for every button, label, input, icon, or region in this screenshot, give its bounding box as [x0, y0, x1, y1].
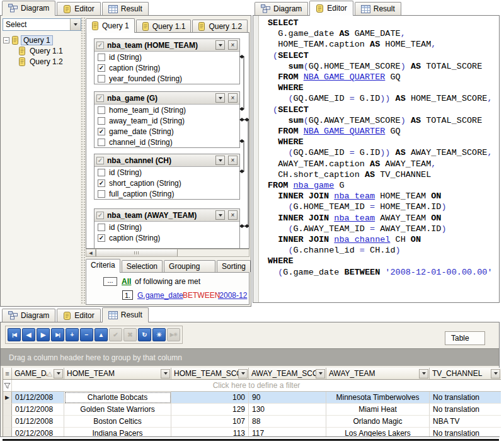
cell[interactable]: 01/12/2008: [12, 392, 64, 404]
cell[interactable]: 02/12/2008: [12, 428, 64, 436]
tree-item-query-1[interactable]: −Query 1: [2, 35, 80, 45]
cell[interactable]: 01/12/2008: [12, 416, 64, 428]
filter-dropdown-button[interactable]: [491, 369, 500, 379]
table-row[interactable]: 02/12/2008Indiana Pacers113117Los Angele…: [3, 428, 501, 436]
cell[interactable]: Miami Heat: [326, 404, 430, 416]
last-button[interactable]: ▶|: [51, 328, 64, 341]
combo-dropdown-button[interactable]: [70, 19, 81, 30]
tab-criteria[interactable]: Criteria: [86, 259, 120, 273]
post-edit-button[interactable]: ✔: [109, 328, 122, 341]
sql-line: HOME_TEAM.caption AS HOME_TEAM,: [268, 39, 499, 50]
tab-diagram[interactable]: Diagram: [255, 2, 308, 15]
column-header-home-team-score[interactable]: HOME_TEAM_SCORE: [171, 368, 249, 379]
tab-query-1-2[interactable]: Query 1.2: [192, 20, 248, 32]
tab-sorting[interactable]: Sorting: [217, 260, 251, 272]
sql-line: (SELECT: [268, 105, 499, 115]
filter-row[interactable]: Click here to define a filter: [3, 380, 501, 392]
column-header-home-team[interactable]: HOME_TEAM: [64, 368, 171, 379]
tab-query-1[interactable]: Query 1: [86, 18, 135, 33]
result-grid: ≡GAME_DA△HOME_TEAMHOME_TEAM_SCOREAWAY_TE…: [3, 368, 501, 436]
filter-prompt[interactable]: Click here to define a filter: [12, 381, 501, 390]
column-header-game-da[interactable]: GAME_DA△: [12, 368, 64, 379]
filter-dropdown-button[interactable]: [54, 369, 63, 379]
scroll-left-button[interactable]: ◀: [86, 249, 96, 256]
tree-item-query-1-2[interactable]: Query 1.2: [2, 56, 80, 67]
table-row[interactable]: 01/12/2008Golden State Warriors129130Mia…: [3, 404, 501, 416]
diagram-canvas[interactable]: ✓nba_team (HOME_TEAM)×id (String)✓captio…: [86, 32, 249, 249]
cell[interactable]: Los Angeles Lakers: [326, 428, 430, 436]
column-header-away-team-score[interactable]: AWAY_TEAM_SCORE: [249, 368, 326, 379]
criteria-value-link[interactable]: '2008-12: [218, 291, 247, 300]
fetch-all-button[interactable]: ☀: [152, 328, 166, 341]
cell[interactable]: 130: [249, 404, 326, 416]
cell[interactable]: Minnesota Timberwolves: [326, 392, 430, 404]
row-indicator: ▶: [3, 392, 12, 404]
filter-dropdown-button[interactable]: [419, 369, 428, 379]
cell[interactable]: 90: [249, 392, 326, 404]
cell[interactable]: Golden State Warriors: [64, 404, 171, 416]
view-mode-button[interactable]: Table: [445, 331, 485, 345]
tab-diagram[interactable]: Diagram: [2, 1, 55, 16]
cell[interactable]: 100: [171, 392, 249, 404]
tab-result[interactable]: Result: [102, 307, 149, 322]
cell[interactable]: 107: [171, 416, 249, 428]
column-chooser-cell[interactable]: ≡: [3, 368, 12, 379]
chevron-down-icon: [164, 372, 168, 375]
tab-diagram[interactable]: Diagram: [2, 309, 55, 322]
table-row[interactable]: ▶01/12/2008Charlotte Bobcats10090Minneso…: [3, 392, 501, 404]
criteria-options-button[interactable]: ...: [103, 277, 117, 286]
filter-dropdown-button[interactable]: [316, 369, 325, 379]
tab-selection[interactable]: Selection: [122, 260, 163, 272]
delete-record-button[interactable]: −: [80, 328, 93, 341]
tab-editor[interactable]: Editor: [309, 1, 353, 16]
fetch-next-button[interactable]: ▶☀: [167, 328, 180, 341]
first-button[interactable]: |◀: [8, 328, 21, 341]
tab-editor[interactable]: Editor: [57, 2, 100, 15]
pane-splitter[interactable]: [81, 17, 86, 305]
tab-grouping-criteria[interactable]: Grouping criteria: [164, 260, 215, 272]
criteria-all-link[interactable]: All: [122, 277, 131, 286]
group-by-bar[interactable]: Drag a column header here to group by th…: [1, 348, 499, 366]
cell[interactable]: NBA TV: [430, 416, 501, 428]
cell[interactable]: Charlotte Bobcats: [64, 392, 171, 404]
cell[interactable]: Boston Celtics: [64, 416, 171, 428]
tab-query-1-1[interactable]: Query 1.1: [136, 20, 192, 32]
table-row[interactable]: 01/12/2008Boston Celtics10788Orlando Mag…: [3, 416, 501, 428]
cell[interactable]: 113: [171, 428, 249, 436]
cell[interactable]: No translation: [430, 404, 501, 416]
result-content: |◀◀▶▶|+−▲✔✖↻☀▶☀ Table Drag a column head…: [0, 322, 500, 437]
sql-line: WHERE: [268, 83, 499, 93]
tree-item-query-1-1[interactable]: Query 1.1: [2, 45, 80, 56]
criteria-operator-link[interactable]: BETWEEN: [183, 291, 220, 300]
cancel-edit-button[interactable]: ✖: [123, 328, 137, 341]
tab-result[interactable]: Result: [102, 2, 149, 15]
cell[interactable]: 01/12/2008: [12, 404, 64, 416]
collapse-toggle-icon[interactable]: −: [3, 37, 9, 43]
filter-dropdown-button[interactable]: [161, 369, 170, 379]
scroll-thumb[interactable]: [96, 249, 178, 256]
tab-result[interactable]: Result: [355, 2, 401, 15]
cell[interactable]: No translation: [430, 428, 501, 436]
tab-label: Query 1: [102, 21, 129, 30]
cell[interactable]: Indiana Pacers: [64, 428, 171, 436]
cell[interactable]: No translation: [430, 392, 501, 404]
column-header-tv-channel[interactable]: TV_CHANNEL: [430, 368, 501, 379]
prior-button[interactable]: ◀: [22, 328, 35, 341]
cell[interactable]: 117: [249, 428, 326, 436]
criteria-field-link[interactable]: G.game_date: [137, 291, 183, 300]
tab-editor[interactable]: Editor: [57, 309, 100, 322]
cell[interactable]: 88: [249, 416, 326, 428]
cell[interactable]: 129: [171, 404, 249, 416]
sql-text[interactable]: SELECT G.game_date AS GAME_DATE, HOME_TE…: [260, 18, 499, 302]
chevron-down-icon: [319, 372, 323, 375]
refresh-button[interactable]: ↻: [138, 328, 151, 341]
edit-record-button[interactable]: ▲: [94, 328, 108, 341]
filter-icon-cell[interactable]: [3, 380, 12, 391]
filter-dropdown-button[interactable]: [238, 369, 248, 379]
column-header-away-team[interactable]: AWAY_TEAM: [326, 368, 430, 379]
insert-record-button[interactable]: +: [66, 328, 79, 341]
canvas-hscrollbar[interactable]: ◀: [86, 249, 249, 257]
next-button[interactable]: ▶: [37, 328, 50, 341]
query-type-select[interactable]: Select: [3, 18, 81, 31]
cell[interactable]: Orlando Magic: [326, 416, 430, 428]
